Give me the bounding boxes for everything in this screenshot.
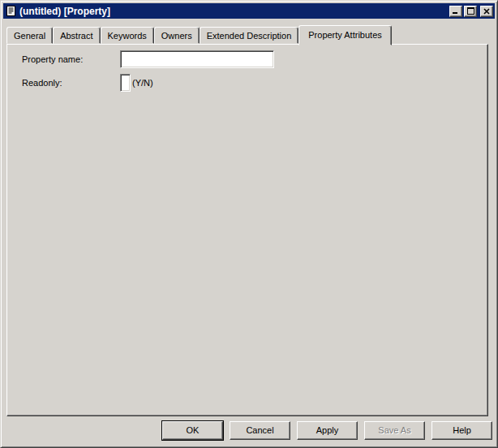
apply-button[interactable]: Apply [297, 421, 358, 440]
minimize-icon [453, 8, 459, 15]
property-dialog-window: (untitled) [Property] General Abstract K… [0, 0, 498, 448]
tab-label: Owners [161, 31, 192, 41]
property-name-label: Property name: [22, 54, 120, 64]
tab-label: Abstract [60, 31, 92, 41]
readonly-row: Readonly: (Y/N) [22, 74, 153, 92]
close-button[interactable] [480, 6, 493, 17]
tab-keywords[interactable]: Keywords [101, 27, 154, 44]
button-bar: OK Cancel Apply Save As Help [6, 421, 492, 440]
tab-general[interactable]: General [6, 27, 53, 44]
ok-button[interactable]: OK [162, 421, 223, 440]
tab-bar: General Abstract Keywords Owners Extende… [6, 25, 392, 44]
close-icon [483, 8, 490, 15]
maximize-button[interactable] [464, 6, 477, 17]
help-button[interactable]: Help [431, 421, 492, 440]
property-name-row: Property name: [22, 50, 274, 68]
readonly-yn-input[interactable] [120, 74, 131, 92]
tab-label: General [14, 31, 45, 41]
titlebar[interactable]: (untitled) [Property] [3, 3, 495, 19]
save-as-button: Save As [364, 421, 425, 440]
readonly-yn-hint: (Y/N) [132, 78, 153, 88]
tab-label: Property Attributes [308, 30, 382, 40]
window-controls [449, 6, 493, 17]
tab-label: Extended Description [207, 31, 292, 41]
window-title: (untitled) [Property] [19, 6, 110, 17]
property-sheet-document-icon [6, 6, 16, 16]
property-name-input[interactable] [120, 50, 274, 68]
tab-property-attributes[interactable]: Property Attributes [298, 25, 392, 45]
tab-content-panel: Property name: Readonly: (Y/N) [6, 44, 488, 416]
minimize-button[interactable] [449, 6, 462, 17]
cancel-button[interactable]: Cancel [230, 421, 290, 440]
tab-abstract[interactable]: Abstract [53, 27, 100, 44]
readonly-label: Readonly: [22, 78, 120, 88]
tab-extended-description[interactable]: Extended Description [200, 27, 299, 44]
tab-label: Keywords [108, 31, 147, 41]
tab-owners[interactable]: Owners [154, 27, 200, 44]
maximize-icon [467, 7, 474, 15]
